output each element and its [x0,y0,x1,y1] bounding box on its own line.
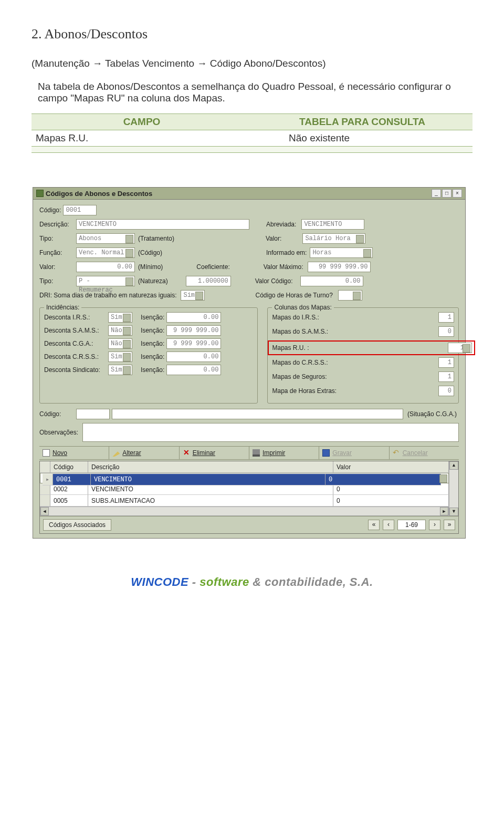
label-natureza: (Natureza) [138,277,168,285]
scroll-up-icon[interactable]: ▲ [449,461,458,470]
label-minimo: (Mínimo) [138,263,163,271]
close-button[interactable]: × [453,189,462,198]
nav-last-button[interactable]: » [444,520,455,530]
label-mapas-crss: Mapas do C.R.S.S.: [272,359,436,366]
minimize-button[interactable]: _ [432,189,441,198]
novo-button[interactable]: Novo [39,447,109,459]
label-codigo-horas-turno: Código de Horas de Turno? [255,292,332,299]
label-desc-sind: Desconta Sindicato: [44,366,106,374]
label-codigo: Código: [39,206,61,214]
codigos-associados-button[interactable]: Códigos Associados [43,519,111,531]
label-desc-cga: Desconta C.G.A.: [44,340,106,347]
toolbar: Novo Alterar ✕ Eliminar Imprimir Gravar … [39,446,459,460]
save-icon [322,449,330,457]
select-informado-em[interactable]: Horas [310,247,373,258]
select-desc-sams[interactable]: Não [108,325,132,336]
group-title-incidencias: Incidências: [44,304,81,311]
label-informado-em: Informado em: [266,249,307,256]
edit-icon [112,449,120,457]
select-codigo-horas-turno[interactable] [338,290,362,301]
label-codigo2: Código: [39,410,74,418]
nav-next-button[interactable]: › [429,520,440,530]
field-valor-maximo[interactable]: 99 999 999.90 [308,262,371,272]
intro-paragraph: Na tabela de Abonos/Descontos a semelhan… [38,81,472,104]
grid-header-codigo[interactable]: Código [50,461,88,473]
field-observacoes[interactable] [82,423,459,442]
delete-icon: ✕ [183,449,190,457]
grid-header-descricao[interactable]: Descrição [88,461,333,473]
nav-prev-button[interactable]: ‹ [383,520,394,530]
print-icon [253,449,260,457]
field-mapas-sams[interactable]: 0 [438,326,454,337]
gravar-button[interactable]: Gravar [319,447,389,459]
field-desc-cga[interactable] [112,409,403,419]
select-desc-crss[interactable]: Sim [108,352,132,362]
highlight-mapas-ru: Mapas R.U. : 1 [268,340,475,355]
breadcrumb: (Manutenção → Tabelas Vencimento → Códig… [32,58,472,69]
alterar-button[interactable]: Alterar [109,447,179,459]
app-window: Códigos de Abonos e Descontos _ □ × Códi… [33,187,466,539]
grid-h-scrollbar[interactable]: ◄ ► [40,507,449,516]
label-mapas-seguros: Mapas de Seguros: [272,373,436,380]
imprimir-button[interactable]: Imprimir [249,447,319,459]
field-abreviada[interactable]: VENCIMENTO [301,219,364,230]
label-mapas-ru: Mapas R.U. : [272,344,446,352]
cancelar-button[interactable]: ↶ Cancelar [390,447,459,459]
col-header-consulta: TABELA PARA CONSULTA [252,114,472,130]
label-valor: Valor: [266,235,281,242]
field-descricao[interactable]: VENCIMENTO [76,219,249,230]
field-isen-crss[interactable]: 0.00 [166,352,221,362]
group-title-colunas-mapas: Colunas dos Mapas: [272,304,333,311]
scroll-right-icon[interactable]: ► [440,507,448,515]
grid-v-scrollbar[interactable]: ▲ ▼ [449,461,458,516]
field-isen-sams[interactable]: 9 999 999.00 [166,325,221,336]
label-tipo: Tipo: [39,235,74,242]
field-valor-codigo[interactable]: 0.00 [300,276,363,286]
select-funcao[interactable]: Venc. Normal [76,247,135,258]
field-codigo[interactable]: 0001 [63,205,97,215]
field-mapas-irs[interactable]: 1 [438,312,454,323]
scroll-down-icon[interactable]: ▼ [449,508,458,516]
cancel-icon: ↶ [393,449,400,457]
label-sit-cga: (Situação C.G.A.) [407,410,457,418]
scroll-left-icon[interactable]: ◄ [40,507,49,515]
maximize-button[interactable]: □ [442,189,452,198]
label-codigo-paren: (Código) [138,249,162,256]
label-desc-crss: Desconta C.R.S.S.: [44,353,106,360]
select-mapas-ru[interactable]: 1 [448,343,472,353]
field-codigo-cga[interactable] [76,409,110,419]
field-isen-cga[interactable]: 9 999 999.00 [166,338,221,349]
select-tipo[interactable]: Abonos [76,233,135,244]
select-valor[interactable]: Salário Hora [302,233,365,244]
field-valor-min[interactable]: 0.00 [76,262,135,272]
field-mapa-horas-extras[interactable]: 0 [438,386,454,396]
select-desc-irs[interactable]: Sim [108,312,132,323]
field-coeficiente[interactable]: 1.000000 [186,276,231,286]
select-tipo2[interactable]: P - Remumeraç [76,276,135,286]
app-icon [36,190,44,197]
label-desc-sams: Desconta S.A.M.S.: [44,327,106,334]
section-heading: 2. Abonos/Descontos [32,26,472,42]
grid-header-valor[interactable]: Valor [333,461,449,473]
label-mapas-irs: Mapas do I.R.S.: [272,314,436,321]
label-isen-crss: Isenção: [141,353,164,360]
select-desc-sind[interactable]: Sim [108,365,132,375]
nav-first-button[interactable]: « [368,520,380,530]
label-isen-cga: Isenção: [141,340,164,347]
table-row[interactable]: ▸0001VENCIMENTO0 [40,473,449,483]
field-mapas-seguros[interactable]: 1 [438,371,454,382]
field-mapas-crss[interactable]: 1 [438,357,454,368]
label-observacoes: Observações: [39,429,78,436]
brand-footer: WINCODE - software & contabilidade, S.A. [32,575,472,589]
data-grid: Código Descrição Valor ▸0001VENCIMENTO00… [39,461,459,534]
table-row[interactable]: 0005SUBS.ALIMENTACAO0 [40,495,449,507]
field-isen-sind[interactable]: 0.00 [166,365,221,375]
label-mapas-sams: Mapas do S.A.M.S.: [272,328,436,335]
select-dri[interactable]: Sim [181,290,205,301]
field-isen-irs[interactable]: 0.00 [166,312,221,323]
label-isen-sams: Isenção: [141,327,164,334]
page-indicator: 1-69 [397,520,426,530]
eliminar-button[interactable]: ✕ Eliminar [180,447,249,459]
label-isen-irs: Isenção: [141,314,164,321]
select-desc-cga[interactable]: Não [108,338,132,349]
